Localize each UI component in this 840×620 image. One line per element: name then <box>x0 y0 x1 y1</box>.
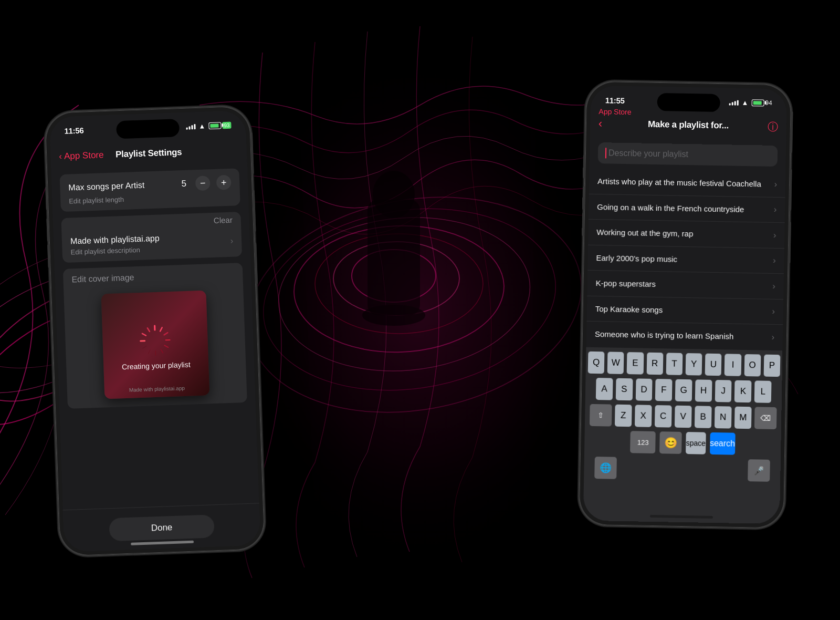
key-delete[interactable]: ⌫ <box>754 407 777 429</box>
battery-right: 94 <box>751 99 772 107</box>
album-watermark: Made with playlistai.app <box>129 385 185 393</box>
clear-button[interactable]: Clear <box>214 215 233 225</box>
key-f[interactable]: F <box>655 379 673 401</box>
back-button-right[interactable]: ‹ <box>598 117 603 130</box>
svg-line-22 <box>148 350 150 354</box>
max-songs-label: Max songs per Artist <box>68 181 144 193</box>
key-m[interactable]: M <box>734 407 752 429</box>
left-phone-screen: 11:56 ▲ 93 <box>49 110 261 552</box>
svg-line-17 <box>164 333 168 335</box>
chevron-right-icon-0: › <box>774 180 778 189</box>
right-phone: 11:55 ▲ 94 <box>579 81 792 529</box>
key-e[interactable]: E <box>627 352 644 375</box>
stepper-value: 5 <box>178 179 190 190</box>
key-h[interactable]: H <box>695 379 712 402</box>
svg-line-16 <box>160 327 162 331</box>
info-button[interactable]: ⓘ <box>768 119 778 133</box>
wifi-icon-right: ▲ <box>741 98 748 106</box>
suggestion-text-4: K-pop superstars <box>596 278 773 291</box>
search-placeholder: Describe your playlist <box>608 148 688 159</box>
key-d[interactable]: D <box>635 378 653 401</box>
suggestion-item-3[interactable]: Early 2000's pop music › <box>587 245 784 274</box>
chevron-right-icon-1: › <box>774 205 777 214</box>
battery-left: 93 <box>208 121 232 129</box>
description-value: Made with playlistai.app <box>70 234 160 246</box>
description-row: Clear Made with playlistai.app Edit play… <box>61 212 242 263</box>
chevron-right-icon-5: › <box>772 307 775 316</box>
album-art: Creating your playlist Made with playlis… <box>101 291 209 399</box>
chevron-right-icon-6: › <box>771 333 774 342</box>
suggestions-list: Artists who play at the music festival C… <box>586 169 786 345</box>
status-icons-left: ▲ 93 <box>186 121 231 130</box>
suggestion-text-1: Going on a walk in the French countrysid… <box>597 202 774 215</box>
chevron-right-icon-3: › <box>773 256 776 265</box>
key-space[interactable]: space <box>686 432 706 454</box>
key-w[interactable]: W <box>607 352 624 374</box>
description-sublabel: Edit playlist description <box>70 245 160 256</box>
key-z[interactable]: Z <box>615 405 632 427</box>
key-shift[interactable]: ⇧ <box>590 404 612 427</box>
suggestion-text-2: Working out at the gym, rap <box>596 227 773 240</box>
key-u[interactable]: U <box>705 354 722 376</box>
suggestion-item-1[interactable]: Going on a walk in the French countrysid… <box>589 194 785 223</box>
key-q[interactable]: Q <box>588 352 605 374</box>
settings-content: Max songs per Artist 5 − + Edit playlist… <box>51 162 259 510</box>
svg-line-23 <box>143 346 146 348</box>
status-icons-right: ▲ 94 <box>729 98 772 107</box>
key-y[interactable]: Y <box>686 353 702 376</box>
text-cursor <box>605 148 606 158</box>
key-x[interactable]: X <box>635 405 652 427</box>
max-songs-row: Max songs per Artist 5 − + Edit playlist… <box>59 168 240 212</box>
time-right: 11:55 <box>605 96 625 105</box>
suggestion-item-0[interactable]: Artists who play at the music festival C… <box>589 169 786 198</box>
home-indicator-left <box>131 541 194 545</box>
time-left: 11:56 <box>64 126 83 135</box>
keyboard-row-1: Q W E R T Y U I O P <box>588 352 781 377</box>
key-k[interactable]: K <box>734 380 752 403</box>
suggestion-item-4[interactable]: K-pop superstars › <box>587 271 784 299</box>
key-b[interactable]: B <box>695 406 712 428</box>
svg-line-25 <box>142 334 146 336</box>
key-s[interactable]: S <box>616 378 633 401</box>
done-button[interactable]: Done <box>109 514 214 541</box>
key-globe[interactable]: 🌐 <box>594 457 617 479</box>
key-t[interactable]: T <box>666 353 682 375</box>
signal-icon-right <box>729 99 738 105</box>
key-numbers[interactable]: 123 <box>630 431 656 453</box>
svg-line-26 <box>148 328 150 332</box>
stepper-plus-button[interactable]: + <box>216 175 232 190</box>
home-indicator-right <box>650 515 713 519</box>
chevron-right-icon-2: › <box>773 231 776 240</box>
key-i[interactable]: I <box>724 354 741 376</box>
key-emoji[interactable]: 😊 <box>659 431 682 454</box>
svg-line-20 <box>161 349 163 353</box>
cover-image-row: Edit cover image <box>63 263 247 409</box>
chevron-right-icon-4: › <box>772 282 775 291</box>
key-p[interactable]: P <box>763 355 780 377</box>
key-o[interactable]: O <box>744 354 761 377</box>
suggestion-item-6[interactable]: Someone who is trying to learn Spanish › <box>586 322 783 346</box>
key-a[interactable]: A <box>596 378 613 400</box>
wifi-icon-left: ▲ <box>198 122 205 130</box>
phones-container: 11:56 ▲ 93 <box>52 21 788 599</box>
key-n[interactable]: N <box>715 406 732 429</box>
keyboard-row-2: A S D F G H J K L <box>587 378 780 403</box>
key-j[interactable]: J <box>715 380 732 402</box>
suggestion-item-5[interactable]: Top Karaoke songs › <box>586 296 783 325</box>
search-field[interactable]: Describe your playlist <box>598 142 778 167</box>
back-button-left[interactable]: ‹ App Store <box>59 150 104 162</box>
stepper-minus-button[interactable]: − <box>195 175 211 191</box>
key-l[interactable]: L <box>754 380 772 403</box>
key-g[interactable]: G <box>675 379 692 402</box>
left-phone: 11:56 ▲ 93 <box>45 106 265 556</box>
nav-title-right: Make a playlist for... <box>648 119 729 131</box>
spinner-art <box>133 319 177 363</box>
key-c[interactable]: C <box>655 405 672 428</box>
stepper: 5 − + <box>178 175 232 191</box>
keyboard: Q W E R T Y U I O P A S <box>583 347 783 524</box>
key-search[interactable]: search <box>710 432 736 455</box>
key-microphone[interactable]: 🎤 <box>748 459 770 482</box>
suggestion-item-2[interactable]: Working out at the gym, rap › <box>588 220 785 249</box>
key-v[interactable]: V <box>675 406 692 428</box>
key-r[interactable]: R <box>646 353 663 375</box>
